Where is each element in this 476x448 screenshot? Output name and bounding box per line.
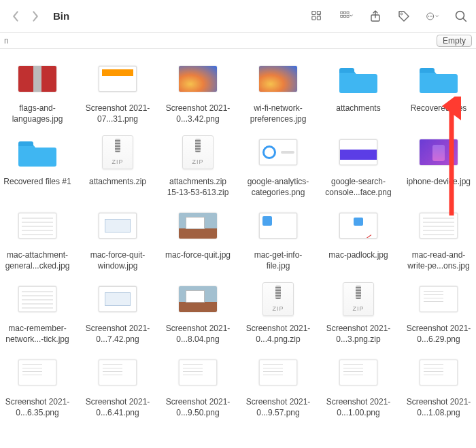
file-name: Screenshot 2021-07...31.png [83,103,152,125]
file-item[interactable]: attachments [321,57,396,128]
file-name: mac-force-quit.jpg [165,250,231,272]
file-item[interactable]: wi-fi-network-preferences.jpg [241,57,316,128]
file-name: google-analytics-categories.png [243,177,313,199]
thumbnail-icon [10,60,65,98]
empty-button[interactable]: Empty [437,35,472,47]
thumbnail-icon [171,280,225,318]
file-name: wi-fi-network-preferences.jpg [243,103,313,125]
file-item[interactable]: google-analytics-categories.png [241,131,316,201]
thumbnail-icon [171,207,225,245]
file-name: mac-read-and-write-pe...ons.jpg [404,250,473,272]
file-name: Recovered files #1 [3,177,71,199]
file-name: Screenshot 2021-0...8.04.png [163,324,233,345]
svg-rect-9 [347,15,349,17]
thumbnail-icon [331,207,386,245]
thumbnail-icon [90,354,145,392]
file-item[interactable]: mac-read-and-write-pe...ons.jpg [401,204,476,275]
thumbnail-icon [171,354,225,392]
svg-rect-6 [347,12,349,14]
file-item[interactable]: Screenshot 2021-07...31.png [80,57,155,128]
folder-icon [411,60,466,98]
file-item[interactable]: google-search-console...face.png [321,131,396,201]
file-name: Screenshot 2021-0...9.50.png [163,397,233,419]
file-name: flags-and-languages.jpg [3,103,72,125]
file-item[interactable]: Screenshot 2021-0...9.50.png [160,351,235,421]
file-item[interactable]: mac-force-quit-window.jpg [80,204,155,275]
forward-button[interactable] [27,9,42,24]
file-name: google-search-console...face.png [324,177,393,199]
file-name: Screenshot 2021-0...4.png.zip [243,324,313,345]
window-title: Bin [53,10,69,22]
file-name: mac-padlock.jpg [328,250,388,272]
pathbar: n Empty [0,33,476,49]
file-item[interactable]: iphone-device.jpg [401,131,476,201]
thumbnail-icon [251,207,305,245]
file-item[interactable]: Screenshot 2021-0...3.png.zip [321,277,396,348]
thumbnail-icon [90,60,145,98]
file-item[interactable]: mac-attachment-general...cked.jpg [0,204,75,275]
file-name: Screenshot 2021-0...3.42.png [163,103,233,125]
thumbnail-icon [10,207,65,245]
thumbnail-icon [90,207,145,245]
file-item[interactable]: Screenshot 2021-0...6.41.png [80,351,155,421]
folder-icon [10,133,65,171]
thumbnail-icon [411,133,466,171]
file-name: Screenshot 2021-0...7.42.png [83,324,152,345]
file-item[interactable]: attachments.zip [80,131,155,201]
action-icon[interactable] [426,10,439,23]
svg-rect-4 [341,12,343,14]
folder-icon [331,60,386,98]
file-item[interactable]: flags-and-languages.jpg [0,57,75,128]
file-name: attachments [336,103,380,125]
file-name: Screenshot 2021-0...1.00.png [324,397,393,419]
file-name: attachments.zip 15-13-53-613.zip [163,177,233,199]
file-name: Screenshot 2021-0...1.08.png [404,397,473,419]
file-item[interactable]: Screenshot 2021-0...3.42.png [160,57,235,128]
file-name: mac-force-quit-window.jpg [83,250,152,272]
file-item[interactable]: attachments.zip 15-13-53-613.zip [160,131,235,201]
file-item[interactable]: Screenshot 2021-0...1.00.png [321,351,396,421]
file-name: Screenshot 2021-0...3.png.zip [324,324,393,345]
file-item[interactable]: Screenshot 2021-0...8.04.png [160,277,235,348]
svg-rect-0 [312,11,316,14]
search-icon[interactable] [454,10,468,23]
file-item[interactable]: mac-force-quit.jpg [160,204,235,275]
thumbnail-icon [10,354,65,392]
file-name: Screenshot 2021-0...6.29.png [404,324,473,345]
file-name: mac-attachment-general...cked.jpg [3,250,72,272]
file-name: Screenshot 2021-0...6.35.png [3,397,72,419]
file-item[interactable]: mac-padlock.jpg [321,204,396,275]
file-name: Screenshot 2021-0...9.57.png [243,397,313,419]
file-item[interactable]: Screenshot 2021-0...9.57.png [241,351,316,421]
file-item[interactable]: Screenshot 2021-0...7.42.png [80,277,155,348]
file-item[interactable]: mac-get-info-file.jpg [241,204,316,275]
thumbnail-icon [251,354,305,392]
thumbnail-icon [331,133,386,171]
svg-rect-3 [317,16,320,20]
tags-icon[interactable] [397,10,411,23]
file-item[interactable]: Screenshot 2021-0...4.png.zip [241,277,316,348]
share-icon[interactable] [369,10,382,23]
thumbnail-icon [331,354,386,392]
file-item[interactable]: Recovered files [401,57,476,128]
file-item[interactable]: mac-remember-network...-tick.jpg [0,277,75,348]
file-item[interactable]: Screenshot 2021-0...6.35.png [0,351,75,421]
file-item[interactable]: Screenshot 2021-0...1.08.png [401,351,476,421]
file-item[interactable]: Recovered files #1 [0,131,75,201]
thumbnail-icon [411,354,466,392]
thumbnail-icon [251,60,305,98]
back-button[interactable] [8,9,23,24]
svg-point-16 [456,11,464,19]
view-icon-grid[interactable] [311,10,325,23]
group-icon[interactable] [340,10,354,23]
file-item[interactable]: Screenshot 2021-0...6.29.png [401,277,476,348]
svg-rect-8 [343,15,345,17]
zip-icon [171,133,225,171]
thumbnail-icon [411,280,466,318]
zip-icon [251,280,305,318]
file-name: mac-remember-network...-tick.jpg [3,324,72,345]
svg-point-11 [401,13,403,15]
svg-point-14 [430,16,430,16]
toolbar: Bin [0,0,476,33]
pathbar-text: n [4,36,9,46]
